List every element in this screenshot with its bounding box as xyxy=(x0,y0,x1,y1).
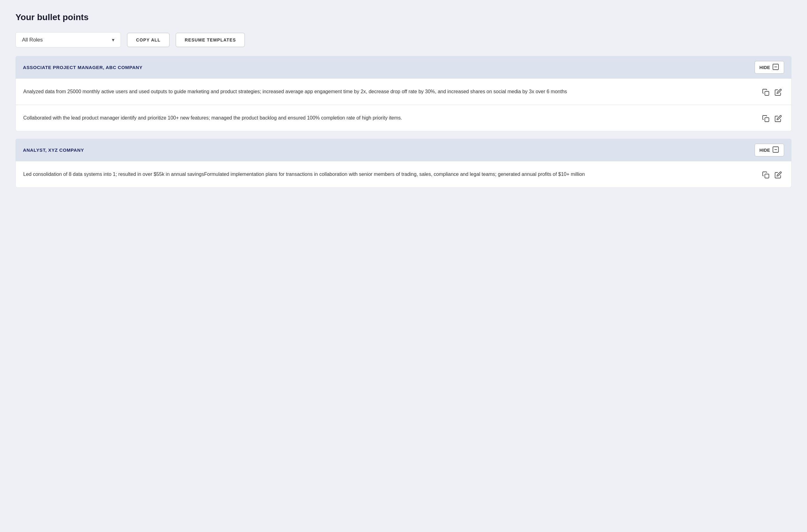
role-select-wrapper: All Roles Associate Project Manager Anal… xyxy=(16,32,121,48)
bullet-actions-2-1 xyxy=(762,170,782,179)
hide-label: HIDE xyxy=(759,148,770,153)
bullet-actions-1-2 xyxy=(762,114,782,122)
bullet-actions-1-1 xyxy=(762,87,782,96)
page-title: Your bullet points xyxy=(16,13,791,22)
minus-square-icon xyxy=(772,63,780,72)
copy-icon[interactable] xyxy=(762,171,770,179)
svg-rect-3 xyxy=(765,118,769,122)
edit-icon[interactable] xyxy=(774,89,782,96)
toolbar: All Roles Associate Project Manager Anal… xyxy=(16,32,791,48)
minus-square-icon xyxy=(772,146,780,154)
hide-button-2[interactable]: HIDE xyxy=(755,144,784,156)
bullet-text-2-1: Led consolidation of 8 data systems into… xyxy=(23,170,756,178)
bullet-card-2-1: Led consolidation of 8 data systems into… xyxy=(16,162,791,188)
section-1: ASSOCIATE PROJECT MANAGER, ABC COMPANYHI… xyxy=(16,56,791,131)
sections-container: ASSOCIATE PROJECT MANAGER, ABC COMPANYHI… xyxy=(16,56,791,188)
hide-button-1[interactable]: HIDE xyxy=(755,61,784,74)
edit-icon[interactable] xyxy=(774,115,782,122)
bullet-text-1-2: Collaborated with the lead product manag… xyxy=(23,114,756,122)
section-header-1: ASSOCIATE PROJECT MANAGER, ABC COMPANYHI… xyxy=(16,56,791,79)
copy-icon[interactable] xyxy=(762,115,770,122)
section-2: ANALYST, XYZ COMPANYHIDELed consolidatio… xyxy=(16,139,791,188)
hide-label: HIDE xyxy=(759,65,770,70)
svg-rect-2 xyxy=(765,91,769,95)
resume-templates-button[interactable]: RESUME TEMPLATES xyxy=(176,33,245,47)
copy-all-button[interactable]: COPY ALL xyxy=(127,33,169,47)
copy-icon[interactable] xyxy=(762,89,770,96)
bullet-card-1-1: Analyzed data from 25000 monthly active … xyxy=(16,79,791,105)
role-select[interactable]: All Roles Associate Project Manager Anal… xyxy=(16,32,121,48)
section-header-2: ANALYST, XYZ COMPANYHIDE xyxy=(16,139,791,162)
section-title-2: ANALYST, XYZ COMPANY xyxy=(23,147,84,153)
svg-rect-6 xyxy=(765,174,769,178)
section-title-1: ASSOCIATE PROJECT MANAGER, ABC COMPANY xyxy=(23,65,143,70)
bullet-text-1-1: Analyzed data from 25000 monthly active … xyxy=(23,87,756,96)
bullet-card-1-2: Collaborated with the lead product manag… xyxy=(16,105,791,131)
edit-icon[interactable] xyxy=(774,171,782,179)
